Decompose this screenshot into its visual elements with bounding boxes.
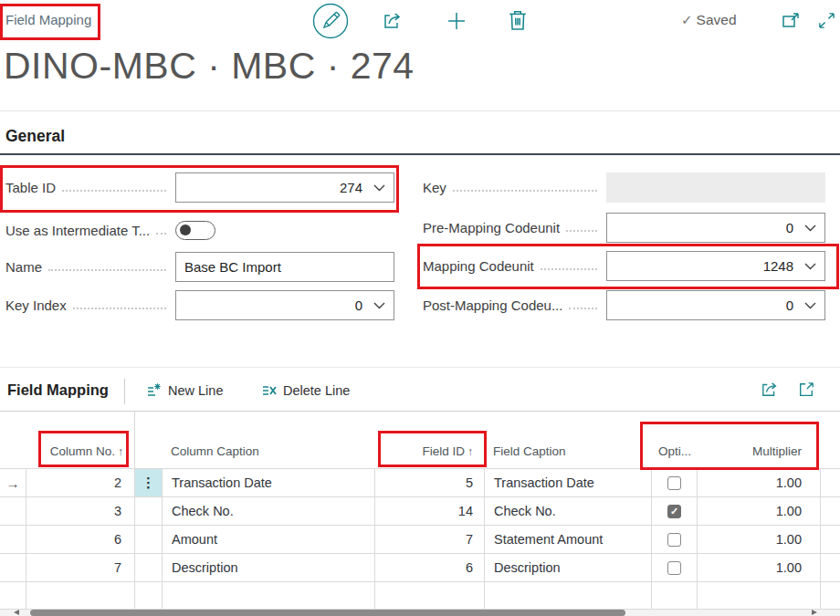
multiplier-cell[interactable]: 1.00	[697, 554, 820, 581]
row-end-spacer	[820, 526, 840, 553]
column-header-optional[interactable]: Opti...	[651, 411, 697, 468]
open-in-window-button[interactable]	[782, 12, 800, 30]
share-button[interactable]	[383, 11, 404, 30]
row-selector-cell[interactable]	[0, 554, 26, 581]
row-selector-cell[interactable]	[0, 582, 26, 609]
field-id-cell[interactable]: 5	[374, 469, 484, 496]
new-line-button[interactable]: New Line	[146, 382, 223, 398]
grid-body: → 2 ⋮ Transaction Date 5 Transaction Dat…	[0, 468, 840, 610]
delete-line-button[interactable]: Delete Line	[261, 382, 350, 398]
chevron-down-icon[interactable]	[804, 224, 816, 232]
multiplier-cell[interactable]: 1.00	[697, 469, 820, 496]
chevron-down-icon[interactable]	[373, 302, 385, 309]
post-mapping-codeunit-input[interactable]: 0	[606, 290, 825, 320]
multiplier-cell[interactable]: 1.00	[697, 526, 820, 553]
column-caption-cell[interactable]: Amount	[162, 526, 374, 553]
field-id-cell[interactable]	[374, 582, 484, 609]
table-row: → 2 ⋮ Transaction Date 5 Transaction Dat…	[0, 468, 840, 496]
column-no-cell[interactable]: 7	[26, 554, 134, 581]
optional-cell	[651, 582, 697, 609]
check-icon: ✓	[670, 506, 678, 517]
scroll-right-arrow-icon[interactable]	[812, 610, 817, 615]
field-caption-cell[interactable]	[484, 582, 651, 609]
field-caption-cell[interactable]: Transaction Date	[484, 469, 651, 496]
new-line-label: New Line	[168, 383, 223, 398]
row-selector-cell[interactable]	[0, 526, 26, 553]
new-button[interactable]	[446, 11, 467, 31]
part-focus-button[interactable]	[798, 381, 814, 398]
name-input[interactable]: Base BC Import	[175, 252, 394, 282]
optional-checkbox[interactable]: ✓	[667, 476, 681, 490]
field-value: Base BC Import	[184, 259, 281, 275]
chevron-down-icon[interactable]	[804, 302, 816, 309]
field-name: Name Base BC Import	[5, 252, 394, 282]
delete-button[interactable]	[509, 10, 527, 30]
field-id-cell[interactable]: 14	[374, 497, 484, 525]
delete-line-icon	[261, 382, 277, 398]
field-value: 0	[355, 298, 362, 313]
header-label: Column Caption	[171, 444, 259, 458]
saved-label: Saved	[697, 12, 737, 28]
delete-line-label: Delete Line	[283, 383, 350, 398]
drag-handle-cell[interactable]	[134, 497, 162, 525]
column-no-cell[interactable]: 6	[26, 526, 134, 553]
header-label: Field ID	[422, 444, 465, 458]
part-share-button[interactable]	[761, 381, 780, 398]
field-caption-cell[interactable]: Statement Amount	[484, 526, 651, 553]
header-label: Multiplier	[752, 444, 802, 458]
field-caption-cell[interactable]: Check No.	[484, 497, 651, 525]
column-caption-cell[interactable]	[162, 582, 374, 609]
optional-checkbox[interactable]: ✓	[667, 533, 681, 547]
drag-handle-cell[interactable]	[134, 526, 162, 553]
header-end-spacer	[820, 411, 840, 468]
optional-checkbox[interactable]: ✓	[667, 505, 681, 518]
key-index-input[interactable]: 0	[175, 290, 394, 320]
header-spacer	[0, 411, 26, 468]
chevron-down-icon[interactable]	[373, 184, 385, 192]
column-header-field-caption[interactable]: Field Caption	[484, 411, 651, 468]
table-row: 7 Description 6 Description ✓ 1.00	[0, 553, 840, 581]
horizontal-scrollbar[interactable]	[0, 610, 840, 616]
part-title: Field Mapping	[7, 381, 109, 399]
row-selector-cell[interactable]: →	[0, 469, 26, 496]
column-no-cell[interactable]: 2	[26, 469, 134, 496]
drag-handle-cell[interactable]: ⋮	[134, 469, 162, 496]
column-header-multiplier[interactable]: Multiplier	[697, 411, 820, 468]
pencil-icon	[311, 2, 350, 40]
field-post-mapping-codeunit: Post-Mapping Codeu... 0	[423, 290, 825, 320]
field-caption-cell[interactable]: Description	[484, 554, 651, 581]
column-caption-cell[interactable]: Description	[162, 554, 374, 581]
row-selector-cell[interactable]	[0, 497, 26, 525]
column-no-cell[interactable]: 3	[26, 497, 134, 525]
multiplier-cell[interactable]	[697, 582, 820, 609]
chevron-down-icon[interactable]	[804, 263, 816, 270]
column-caption-cell[interactable]: Check No.	[162, 497, 374, 525]
scrollbar-thumb[interactable]	[30, 610, 625, 616]
field-key-index: Key Index 0	[5, 290, 394, 320]
column-header-column-no[interactable]: Column No. ↑	[26, 411, 134, 468]
expand-button[interactable]	[818, 12, 835, 29]
sort-ascending-icon: ↑	[118, 445, 123, 458]
column-header-column-caption[interactable]: Column Caption	[162, 411, 374, 468]
column-header-field-id[interactable]: Field ID ↑	[374, 411, 484, 468]
table-row-empty	[0, 581, 840, 610]
dotted-leader	[566, 230, 597, 232]
drag-handle-cell[interactable]	[134, 554, 162, 581]
table-row: 6 Amount 7 Statement Amount ✓ 1.00	[0, 525, 840, 553]
header-label: Field Caption	[493, 444, 566, 458]
use-as-intermediate-toggle[interactable]	[175, 221, 215, 240]
field-id-cell[interactable]: 7	[374, 526, 484, 553]
scroll-left-arrow-icon[interactable]	[14, 610, 19, 615]
sort-ascending-icon: ↑	[467, 445, 473, 458]
column-no-cell[interactable]	[26, 582, 134, 609]
optional-checkbox[interactable]: ✓	[667, 561, 681, 575]
multiplier-cell[interactable]: 1.00	[697, 497, 820, 525]
column-caption-cell[interactable]: Transaction Date	[162, 469, 374, 496]
field-id-cell[interactable]: 6	[374, 554, 484, 581]
expand-arrows-icon	[818, 12, 835, 29]
pre-mapping-codeunit-input[interactable]: 0	[606, 213, 825, 243]
mapping-codeunit-input[interactable]: 1248	[606, 251, 825, 281]
edit-button[interactable]	[311, 2, 350, 40]
table-id-input[interactable]: 274	[175, 172, 394, 203]
field-mapping-page: Field Mapping ✓	[0, 0, 840, 616]
